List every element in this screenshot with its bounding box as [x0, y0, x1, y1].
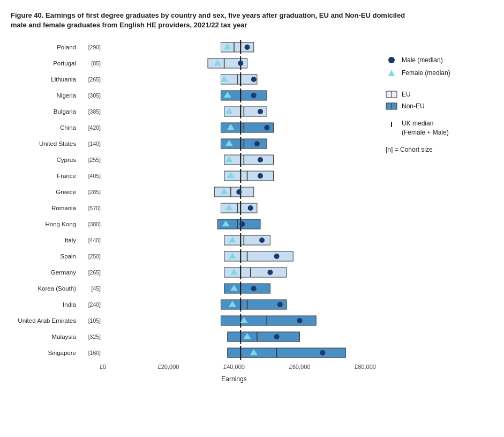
cohort-size: [265]: [80, 76, 103, 83]
bar-area: [103, 329, 375, 344]
legend-non-eu: Non-EU: [386, 102, 471, 110]
country-label: United States: [11, 140, 80, 147]
bar-area: [103, 72, 375, 87]
x-axis-area: £0£20,000£40,000£60,000£80,000: [11, 364, 375, 373]
bar-svg: [103, 168, 365, 183]
svg-rect-95: [228, 348, 346, 358]
svg-point-98: [320, 350, 325, 355]
cohort-size: [240]: [80, 301, 103, 308]
bar-svg: [103, 104, 365, 119]
table-row: United States[140]: [11, 136, 375, 151]
x-tick-label: £0: [100, 364, 106, 370]
country-label: India: [11, 301, 80, 308]
cohort-size: [380]: [80, 221, 103, 227]
bar-svg: [103, 72, 365, 87]
table-row: Nigeria[305]: [11, 88, 375, 103]
svg-point-58: [239, 221, 245, 227]
bar-svg: [103, 136, 365, 151]
bar-area: [103, 345, 375, 360]
bar-area: [103, 297, 375, 312]
legend-eu: EU: [386, 90, 471, 99]
bar-svg: [103, 249, 365, 264]
table-row: Greece[285]: [11, 184, 375, 199]
bar-svg: [103, 88, 365, 103]
cohort-size: [160]: [80, 350, 103, 356]
bar-svg: [103, 345, 365, 360]
svg-point-18: [251, 93, 257, 98]
bar-area: [103, 152, 375, 167]
bar-svg: [103, 152, 365, 167]
cohort-size: [45]: [80, 285, 103, 292]
svg-point-3: [245, 45, 250, 50]
cohort-size: [570]: [80, 205, 103, 211]
country-label: Germany: [11, 269, 80, 276]
bar-area: [103, 56, 375, 71]
bar-area: [103, 233, 375, 248]
svg-point-13: [251, 77, 257, 82]
bar-area: [103, 184, 375, 199]
country-label: France: [11, 173, 80, 179]
bar-svg: [103, 217, 365, 232]
table-row: Spain[250]: [11, 249, 375, 264]
table-row: Portugal[85]: [11, 56, 375, 71]
table-row: Malaysia[325]: [11, 329, 375, 344]
bar-area: [103, 88, 375, 103]
x-tick-label: £60,000: [289, 364, 311, 370]
table-row: Cyprus[255]: [11, 152, 375, 167]
bar-area: [103, 249, 375, 264]
country-label: Italy: [11, 237, 80, 243]
svg-point-33: [254, 141, 260, 146]
table-row: Poland[290]: [11, 40, 375, 55]
svg-point-8: [238, 61, 243, 66]
bar-area: [103, 217, 375, 232]
svg-point-28: [264, 125, 269, 130]
table-row: Korea (South)[45]: [11, 281, 375, 296]
country-label: Nigeria: [11, 92, 80, 99]
svg-point-83: [277, 302, 283, 307]
cohort-size: [405]: [80, 173, 103, 179]
x-axis-title: Earnings: [103, 375, 365, 383]
figure-title: Figure 40. Earnings of first degree grad…: [11, 11, 412, 30]
legend-area: Male (median) Female (median) EU Non-EU: [375, 40, 471, 158]
svg-point-48: [236, 189, 242, 195]
country-label: Cyprus: [11, 157, 80, 163]
bar-area: [103, 136, 375, 151]
bar-svg: [103, 201, 365, 216]
country-label: Spain: [11, 253, 80, 260]
x-tick-label: £80,000: [355, 364, 376, 370]
bar-svg: [103, 297, 365, 312]
cohort-size: [385]: [80, 108, 103, 115]
bar-area: [103, 104, 375, 119]
legend-non-eu-label: Non-EU: [402, 102, 425, 110]
svg-rect-45: [214, 187, 254, 197]
table-row: France[405]: [11, 168, 375, 183]
x-tick-label: £40,000: [223, 364, 245, 370]
country-label: Singapore: [11, 350, 80, 356]
male-median-icon: [386, 56, 397, 64]
svg-point-63: [259, 238, 265, 243]
chart-area: Poland[290]Portugal[85]Lithuania[265]Nig…: [11, 40, 493, 383]
female-median-icon: [386, 69, 397, 77]
svg-point-53: [248, 205, 253, 211]
svg-point-73: [267, 270, 273, 275]
x-tick-label: £20,000: [158, 364, 179, 370]
cohort-size: [85]: [80, 60, 103, 66]
bar-area: [103, 281, 375, 296]
cohort-size: [105]: [80, 317, 103, 324]
country-label: United Arab Emirates: [11, 317, 80, 324]
legend-cohort: [n] = Cohort size: [386, 146, 471, 153]
country-label: Lithuania: [11, 76, 80, 83]
legend-male: Male (median): [386, 56, 471, 64]
legend-female-label: Female (median): [402, 69, 450, 77]
cohort-size: [305]: [80, 92, 103, 99]
bar-area: [103, 120, 375, 135]
country-label: China: [11, 124, 80, 131]
bar-svg: [103, 313, 365, 328]
cohort-size: [285]: [80, 189, 103, 195]
bar-svg: [103, 56, 365, 71]
country-label: Portugal: [11, 60, 80, 66]
figure-container: Figure 40. Earnings of first degree grad…: [11, 11, 493, 383]
country-label: Malaysia: [11, 334, 80, 340]
chart-main: Poland[290]Portugal[85]Lithuania[265]Nig…: [11, 40, 375, 383]
legend-female: Female (median): [386, 69, 471, 77]
